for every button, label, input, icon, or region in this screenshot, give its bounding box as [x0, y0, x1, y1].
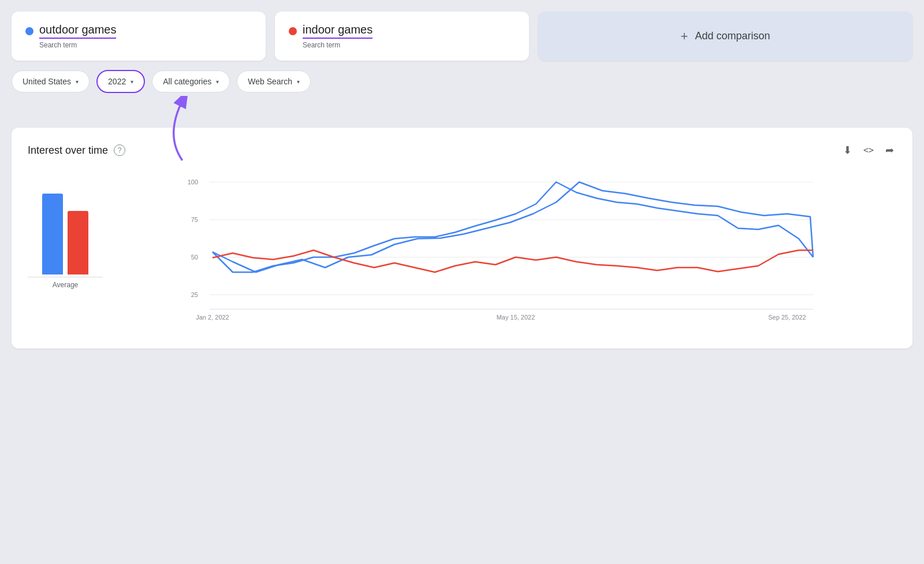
categories-chevron-icon: ▾: [216, 79, 219, 85]
term2-label: Search term: [303, 41, 515, 49]
chart-title: Interest over time: [28, 144, 108, 157]
region-filter[interactable]: United States ▾: [12, 70, 90, 92]
chart-title-group: Interest over time ?: [28, 144, 125, 157]
x-label-may: May 15, 2022: [497, 314, 535, 321]
categories-label: All categories: [163, 77, 211, 86]
chart-actions: ⬇ <> ➦: [843, 144, 894, 157]
red-line: [213, 250, 813, 272]
categories-filter[interactable]: All categories ▾: [152, 70, 230, 92]
search-type-label: Web Search: [248, 77, 292, 86]
add-comparison-button[interactable]: + Add comparison: [538, 12, 912, 61]
year-label: 2022: [108, 77, 126, 86]
term2-dot: [289, 27, 297, 35]
avg-bar-outdoor: [42, 194, 63, 274]
interest-over-time-section: Interest over time ? ⬇ <> ➦ Average: [12, 128, 912, 348]
chart-body: Average 100 75 50 25: [28, 170, 894, 332]
download-icon[interactable]: ⬇: [843, 144, 852, 157]
region-label: United States: [23, 77, 71, 86]
embed-icon[interactable]: <>: [863, 145, 874, 155]
average-section: Average: [28, 170, 103, 332]
avg-bar-indoor: [68, 211, 88, 274]
x-label-sep: Sep 25, 2022: [768, 314, 806, 321]
search-term-card-2[interactable]: indoor games Search term: [275, 12, 529, 61]
y-label-100: 100: [188, 179, 198, 185]
help-icon[interactable]: ?: [114, 144, 125, 156]
avg-baseline: [28, 277, 103, 277]
chart-svg: 100 75 50 25 Jan 2, 2022 May 15, 2022 Se…: [103, 170, 894, 321]
year-chevron-icon: ▾: [131, 79, 133, 85]
plus-icon: +: [681, 29, 688, 44]
term2-text: indoor games: [303, 23, 372, 39]
avg-bars: [42, 170, 88, 274]
y-label-25: 25: [191, 291, 198, 298]
add-comparison-label: Add comparison: [695, 30, 770, 42]
year-filter[interactable]: 2022 ▾: [96, 70, 145, 93]
search-type-filter[interactable]: Web Search ▾: [237, 70, 311, 92]
search-term-card-1[interactable]: outdoor games Search term: [12, 12, 266, 61]
region-chevron-icon: ▾: [76, 79, 79, 85]
avg-label: Average: [53, 281, 78, 289]
line-chart-container: 100 75 50 25 Jan 2, 2022 May 15, 2022 Se…: [103, 170, 894, 332]
chart-header: Interest over time ? ⬇ <> ➦: [28, 144, 894, 157]
filters-row: United States ▾ 2022 ▾ All categories ▾ …: [12, 70, 912, 93]
term1-dot: [25, 27, 33, 35]
y-label-50: 50: [191, 254, 198, 261]
x-label-jan: Jan 2, 2022: [196, 314, 229, 321]
term1-label: Search term: [39, 41, 252, 49]
y-label-75: 75: [191, 216, 198, 223]
share-icon[interactable]: ➦: [885, 144, 894, 157]
search-type-chevron-icon: ▾: [297, 79, 300, 85]
search-terms-row: outdoor games Search term indoor games S…: [12, 12, 912, 61]
term1-text: outdoor games: [39, 23, 116, 39]
